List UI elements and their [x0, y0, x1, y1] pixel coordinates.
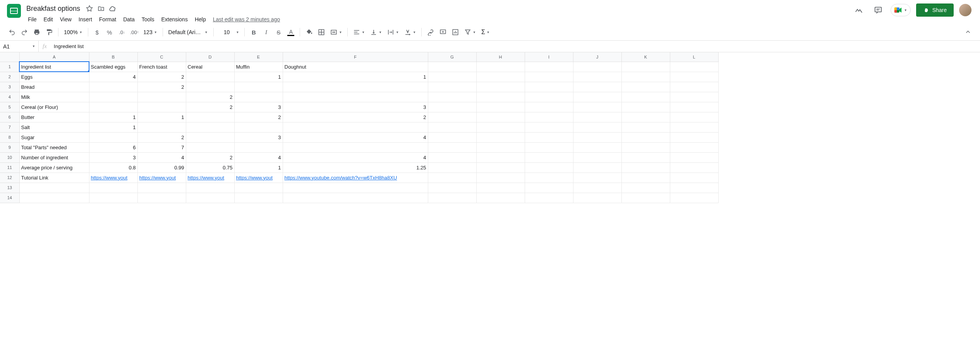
column-header[interactable]: H	[476, 52, 525, 62]
cell[interactable]	[573, 92, 621, 102]
cell[interactable]	[525, 162, 573, 172]
cell[interactable]	[573, 72, 621, 82]
cell[interactable]	[476, 72, 525, 82]
cell[interactable]: 1	[89, 122, 137, 132]
cell[interactable]	[19, 183, 89, 193]
cell[interactable]	[283, 142, 428, 152]
row-header[interactable]: 12	[0, 172, 19, 183]
cell[interactable]: 4	[234, 152, 283, 162]
cell[interactable]	[573, 132, 621, 142]
cell[interactable]	[670, 112, 718, 122]
menu-view[interactable]: View	[57, 15, 75, 24]
column-header[interactable]: B	[89, 52, 137, 62]
cell[interactable]	[89, 82, 137, 92]
cell[interactable]	[234, 92, 283, 102]
cell[interactable]	[525, 62, 573, 72]
row-header[interactable]: 11	[0, 162, 19, 172]
cell[interactable]	[89, 183, 137, 193]
cell[interactable]: 2	[186, 102, 234, 112]
cell[interactable]: 1	[234, 162, 283, 172]
cell[interactable]: 1	[283, 72, 428, 82]
cell[interactable]	[476, 132, 525, 142]
cell[interactable]	[525, 72, 573, 82]
cell[interactable]	[234, 82, 283, 92]
cell[interactable]	[670, 72, 718, 82]
cell[interactable]: 2	[234, 112, 283, 122]
cell[interactable]: 4	[283, 152, 428, 162]
document-title[interactable]: Breakfast options	[25, 4, 82, 14]
account-avatar[interactable]	[959, 4, 971, 16]
meet-button[interactable]: ▼	[891, 4, 911, 16]
menu-data[interactable]: Data	[120, 15, 138, 24]
cell[interactable]	[428, 122, 476, 132]
filter-dropdown[interactable]: ▼	[462, 26, 478, 38]
cell[interactable]: 1	[137, 112, 186, 122]
cell[interactable]: 3	[89, 152, 137, 162]
cell[interactable]: 4	[89, 72, 137, 82]
row-header[interactable]: 13	[0, 183, 19, 193]
cell[interactable]	[670, 122, 718, 132]
cell[interactable]: 2	[137, 132, 186, 142]
cell[interactable]	[525, 172, 573, 183]
cell[interactable]	[573, 62, 621, 72]
cell[interactable]	[186, 122, 234, 132]
cell[interactable]: 3	[283, 102, 428, 112]
cell[interactable]: 2	[186, 152, 234, 162]
cell[interactable]: Tutorial Link	[19, 172, 89, 183]
column-header[interactable]: L	[670, 52, 718, 62]
spreadsheet-grid[interactable]: ABCDEFGHIJKL1Ingredient listScambled egg…	[0, 52, 980, 203]
cell[interactable]	[621, 62, 670, 72]
menu-tools[interactable]: Tools	[139, 15, 158, 24]
cell[interactable]	[525, 102, 573, 112]
cell[interactable]	[621, 92, 670, 102]
cell[interactable]	[234, 142, 283, 152]
menu-extensions[interactable]: Extensions	[158, 15, 191, 24]
increase-decimal-button[interactable]: .00↑	[129, 26, 141, 38]
cell[interactable]	[428, 62, 476, 72]
cell[interactable]: Average price / serving	[19, 162, 89, 172]
row-header[interactable]: 5	[0, 102, 19, 112]
cell[interactable]: 2	[186, 92, 234, 102]
cell[interactable]	[670, 193, 718, 203]
cell[interactable]	[186, 82, 234, 92]
cell[interactable]	[525, 92, 573, 102]
cell[interactable]	[428, 72, 476, 82]
column-header[interactable]: C	[137, 52, 186, 62]
cell[interactable]	[670, 102, 718, 112]
zoom-dropdown[interactable]: 100%▼	[62, 26, 85, 38]
cell[interactable]	[428, 102, 476, 112]
column-header[interactable]: K	[621, 52, 670, 62]
cell[interactable]	[476, 172, 525, 183]
cell[interactable]: 2	[137, 82, 186, 92]
cell[interactable]	[621, 82, 670, 92]
cell[interactable]	[573, 172, 621, 183]
text-rotation-dropdown[interactable]: ▼	[402, 26, 418, 38]
name-box[interactable]: A1 ▼	[0, 41, 39, 52]
cell[interactable]: Sugar	[19, 132, 89, 142]
cell[interactable]	[670, 152, 718, 162]
horizontal-align-dropdown[interactable]: ▼	[351, 26, 367, 38]
insert-chart-button[interactable]	[450, 26, 461, 38]
font-size-dropdown[interactable]: 10▼	[217, 26, 242, 38]
cell[interactable]	[621, 132, 670, 142]
cloud-status-icon[interactable]	[109, 5, 117, 12]
functions-dropdown[interactable]: Σ▼	[479, 26, 492, 38]
vertical-align-dropdown[interactable]: ▼	[368, 26, 384, 38]
row-header[interactable]: 1	[0, 62, 19, 72]
cell[interactable]	[621, 172, 670, 183]
cell[interactable]	[621, 122, 670, 132]
cell[interactable]	[525, 122, 573, 132]
cell[interactable]	[670, 62, 718, 72]
cell[interactable]	[428, 172, 476, 183]
collapse-toolbar-button[interactable]	[962, 26, 974, 38]
cell[interactable]: 6	[89, 142, 137, 152]
cell[interactable]	[19, 193, 89, 203]
menu-format[interactable]: Format	[96, 15, 119, 24]
cell[interactable]	[621, 183, 670, 193]
menu-help[interactable]: Help	[192, 15, 209, 24]
cell[interactable]: 1.25	[283, 162, 428, 172]
cell[interactable]	[283, 92, 428, 102]
cell[interactable]	[476, 152, 525, 162]
cell[interactable]: 3	[234, 102, 283, 112]
row-header[interactable]: 9	[0, 142, 19, 152]
